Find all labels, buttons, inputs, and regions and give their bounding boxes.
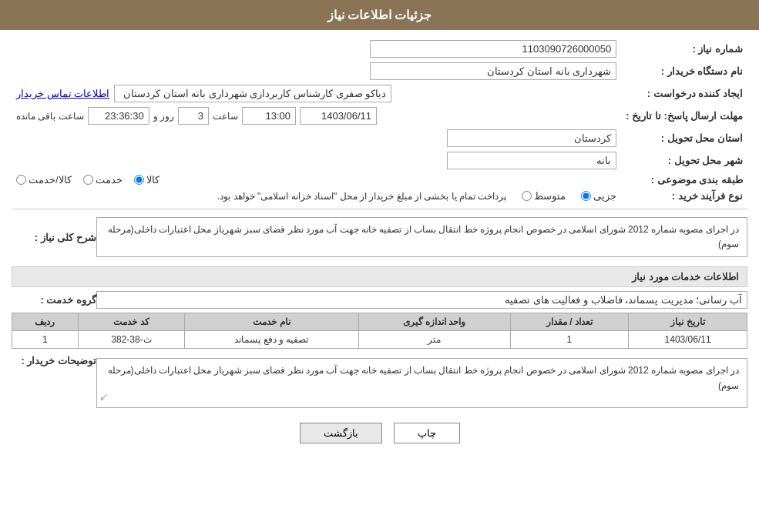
ostan-value: کردستان <box>12 127 621 149</box>
mohlat-value: ساعت باقی مانده 23:36:30 روز و 3 ساعت 13… <box>12 105 621 127</box>
shomara-niaz-label: شماره نیاز : <box>621 38 747 60</box>
aetalamat-tamas-link[interactable]: اطلاعات تماس خریدار <box>16 88 109 99</box>
cell-kod: ث-38-382 <box>78 331 184 349</box>
col-radif: ردیف <box>12 313 79 331</box>
tousiyat-row: توضیحات خریدار : در اجرای مصوبه شماره 20… <box>12 355 747 411</box>
cell-tarikh: 1403/06/11 <box>629 331 747 349</box>
services-table: تاریخ نیاز تعداد / مقدار واحد اندازه گیر… <box>12 313 747 349</box>
goroh-row: گروه خدمت : آب رسانی؛ مدیریت پسماند، فاض… <box>12 291 747 309</box>
goroh-label: گروه خدمت : <box>12 294 96 306</box>
page-title: جزئیات اطلاعات نیاز <box>327 8 432 22</box>
mohlat-label: مهلت ارسال پاسخ: تا تاریخ : <box>621 105 747 127</box>
shahr-value: بانه <box>12 149 621 172</box>
roz-label: روز و <box>153 111 174 122</box>
page-header: جزئیات اطلاعات نیاز <box>0 0 759 30</box>
roz-input: 3 <box>178 107 209 125</box>
date-input: 1403/06/11 <box>300 107 377 125</box>
tabaqe-label: طبقه بندی موضوعی : <box>621 172 747 188</box>
radio-jozei[interactable]: جزیی <box>581 190 616 202</box>
sharh-row: شرح کلی نیاز : در اجرای مصوبه شماره 2012… <box>12 214 747 260</box>
chap-button[interactable]: چاپ <box>394 423 460 443</box>
tousiyat-box: در اجرای مصوبه شماره 2012 شورای اسلامی د… <box>96 358 747 408</box>
radio-motevaset[interactable]: متوسط <box>522 190 566 202</box>
noue-farayand-value: پرداخت تمام یا بخشی از مبلغ خریدار از مح… <box>12 188 621 204</box>
tousiyat-text: در اجرای مصوبه شماره 2012 شورای اسلامی د… <box>108 365 739 390</box>
tabaqe-value: کالا/خدمت خدمت کالا <box>12 172 621 188</box>
button-group: چاپ بازگشت <box>12 423 747 443</box>
tousiyat-label: توضیحات خریدار : <box>12 355 96 366</box>
col-kod: کد خدمت <box>78 313 184 331</box>
cell-vahed: متر <box>358 331 510 349</box>
saat-input: 13:00 <box>242 107 296 125</box>
khadamat-section-title: اطلاعات خدمات مورد نیاز <box>12 266 747 287</box>
resize-icon: ↙ <box>99 388 109 405</box>
sharh-box: در اجرای مصوبه شماره 2012 شورای اسلامی د… <box>96 217 747 257</box>
farayand-desc: پرداخت تمام یا بخشی از مبلغ خریدار از مح… <box>217 191 506 202</box>
shomara-niaz-input: 1103090726000050 <box>370 40 616 58</box>
ijad-konande-value: اطلاعات تماس خریدار دیاکو صفری کارشناس ک… <box>12 82 621 105</box>
ostan-input: کردستان <box>447 129 616 147</box>
cell-tedad: 1 <box>510 331 629 349</box>
sharh-value: در اجرای مصوبه شماره 2012 شورای اسلامی د… <box>96 214 747 260</box>
ostan-label: استان محل تحویل : <box>621 127 747 149</box>
bazgasht-button[interactable]: بازگشت <box>300 423 382 443</box>
baqi-label: ساعت باقی مانده <box>16 111 84 122</box>
radio-kala-khadamat[interactable]: کالا/خدمت <box>16 174 72 186</box>
radio-kala[interactable]: کالا <box>134 174 160 186</box>
radio-khadamat[interactable]: خدمت <box>83 174 123 186</box>
divider-1 <box>12 209 747 209</box>
baqi-input: 23:36:30 <box>88 107 149 125</box>
saat-label: ساعت <box>213 111 238 122</box>
goroh-value: آب رسانی؛ مدیریت پسماند، فاضلاب و فعالیت… <box>96 291 747 309</box>
sharh-label: شرح کلی نیاز : <box>12 232 96 243</box>
shahr-input: بانه <box>447 152 616 169</box>
col-tarikh: تاریخ نیاز <box>629 313 747 331</box>
col-tedad: تعداد / مقدار <box>510 313 629 331</box>
shomara-niaz-value: 1103090726000050 <box>12 38 621 60</box>
nam-dastgah-value: شهرداری بانه استان کردستان <box>12 60 621 82</box>
col-vahed: واحد اندازه گیری <box>358 313 510 331</box>
ijad-konande-input: دیاکو صفری کارشناس کاربردازی شهرداری بان… <box>114 85 391 102</box>
table-row: 1403/06/111مترتصفیه و دفع پسماندث-38-382… <box>12 331 747 349</box>
nam-dastgah-input: شهرداری بانه استان کردستان <box>370 62 616 80</box>
col-nam: نام خدمت <box>185 313 358 331</box>
info-table: شماره نیاز : 1103090726000050 نام دستگاه… <box>12 38 747 204</box>
cell-nam: تصفیه و دفع پسماند <box>185 331 358 349</box>
cell-radif: 1 <box>12 331 79 349</box>
tousiyat-value: در اجرای مصوبه شماره 2012 شورای اسلامی د… <box>96 355 747 411</box>
shahr-label: شهر محل تحویل : <box>621 149 747 172</box>
ijad-konande-label: ایجاد کننده درخواست : <box>621 82 747 105</box>
goroh-input: آب رسانی؛ مدیریت پسماند، فاضلاب و فعالیت… <box>96 291 747 309</box>
nam-dastgah-label: نام دستگاه خریدار : <box>621 60 747 82</box>
noue-farayand-label: نوع فرآیند خرید : <box>621 188 747 204</box>
